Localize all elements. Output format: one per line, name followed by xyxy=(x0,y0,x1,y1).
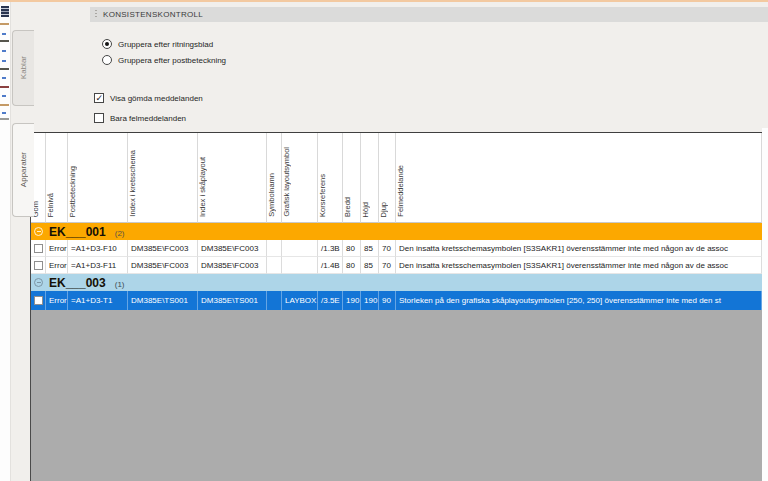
collapse-group-icon[interactable] xyxy=(34,278,43,287)
cropped-list-line xyxy=(0,68,9,70)
sidebar-tab-kablar[interactable]: Kablar xyxy=(12,30,34,106)
radio-group-by-sheet[interactable]: Gruppera efter ritningsblad xyxy=(102,39,213,49)
col-header-index-skaplayout[interactable]: Index i skåplayout xyxy=(198,133,267,223)
group-row-ek003[interactable]: EK___003(1) xyxy=(31,274,762,291)
cell-hojd[interactable]: 85 xyxy=(361,257,379,274)
radio-button-icon[interactable] xyxy=(102,39,112,49)
cell-felniva[interactable]: Error xyxy=(46,291,68,310)
document-icon xyxy=(1,6,9,17)
sidebar-tab-apparater[interactable]: Apparater xyxy=(12,123,34,217)
cell-bredd[interactable]: 190 xyxy=(343,291,361,310)
cell-korsreferens[interactable]: /3.5E xyxy=(318,291,343,310)
right-edge-strip xyxy=(762,128,768,481)
cell-felniva[interactable]: Error xyxy=(46,257,68,274)
cropped-list-line xyxy=(0,104,9,106)
cell-bredd[interactable]: 80 xyxy=(343,240,361,257)
header-row: Göm Felnivå Postbeteckning Index i krets… xyxy=(31,133,762,223)
cropped-list-line xyxy=(0,40,9,42)
radio-button-icon[interactable] xyxy=(102,55,112,65)
cell-symbolnamn[interactable] xyxy=(267,240,282,257)
radio-group-by-item[interactable]: Gruppera efter postbeteckning xyxy=(102,55,226,65)
cell-felmeddelande[interactable]: Den insatta kretsschemasymbolen [S3SAKR1… xyxy=(396,240,762,257)
cell-symbolnamn[interactable] xyxy=(267,291,282,310)
cropped-list-line xyxy=(2,60,6,62)
tab-label: Kablar xyxy=(19,56,28,79)
message-row[interactable]: Error =A1+D3-F10 DM385E\FC003 DM385E\FC0… xyxy=(31,240,762,257)
cell-djup[interactable]: 70 xyxy=(379,240,396,257)
checkbox-icon[interactable] xyxy=(94,113,104,123)
cell-felmeddelande[interactable]: Storleken på den grafiska skåplayoutsymb… xyxy=(396,291,762,310)
group-count: (2) xyxy=(115,229,125,238)
cell-postbeteckning[interactable]: =A1+D3-F11 xyxy=(68,257,128,274)
cell-symbolnamn[interactable] xyxy=(267,257,282,274)
hide-checkbox[interactable] xyxy=(34,261,43,270)
cell-postbeteckning[interactable]: =A1+D3-F10 xyxy=(68,240,128,257)
col-header-index-kretsschema[interactable]: Index i kretsschema xyxy=(128,133,198,223)
collapse-group-icon[interactable] xyxy=(34,227,43,236)
hide-checkbox[interactable] xyxy=(34,296,43,305)
group-name: EK___001 xyxy=(46,225,106,239)
cell-index-skaplayout[interactable]: DM385E\FC003 xyxy=(198,257,267,274)
radio-label[interactable]: Gruppera efter postbeteckning xyxy=(118,56,226,65)
col-header-postbeteckning[interactable]: Postbeteckning xyxy=(68,133,128,223)
consistency-messages-table: Göm Felnivå Postbeteckning Index i krets… xyxy=(31,133,762,310)
cell-felmeddelande[interactable]: Den insatta kretsschemasymbolen [S3SAKR1… xyxy=(396,257,762,274)
cell-index-kretsschema[interactable]: DM385E\FC003 xyxy=(128,257,198,274)
cell-index-kretsschema[interactable]: DM385E\FC003 xyxy=(128,240,198,257)
checkbox-show-hidden[interactable]: Visa gömda meddelanden xyxy=(94,93,203,103)
cell-djup[interactable]: 70 xyxy=(379,257,396,274)
cell-felniva[interactable]: Error xyxy=(46,240,68,257)
col-header-hojd[interactable]: Höjd xyxy=(361,133,379,223)
message-row-selected[interactable]: Error =A1+D3-T1 DM385E\TS001 DM385E\TS00… xyxy=(31,291,762,310)
cell-grafisk-layoutsymbol[interactable] xyxy=(282,240,318,257)
cell-bredd[interactable]: 80 xyxy=(343,257,361,274)
tab-label: Apparater xyxy=(19,152,28,187)
hide-checkbox[interactable] xyxy=(34,244,43,253)
checkbox-errors-only[interactable]: Bara felmeddelanden xyxy=(94,113,186,123)
group-row-ek001[interactable]: EK___001(2) xyxy=(31,223,762,240)
cropped-list-line xyxy=(0,118,9,120)
cell-grafisk-layoutsymbol[interactable]: LAYBOX xyxy=(282,291,318,310)
cell-djup[interactable]: 90 xyxy=(379,291,396,310)
cell-index-skaplayout[interactable]: DM385E\FC003 xyxy=(198,240,267,257)
col-header-felniva[interactable]: Felnivå xyxy=(46,133,68,223)
cropped-list-line xyxy=(2,50,6,52)
col-header-bredd[interactable]: Bredd xyxy=(343,133,361,223)
cropped-list-line xyxy=(0,86,9,88)
cell-hojd[interactable]: 85 xyxy=(361,240,379,257)
cell-korsreferens[interactable]: /1.3B xyxy=(318,240,343,257)
cell-index-skaplayout[interactable]: DM385E\TS001 xyxy=(198,291,267,310)
cropped-left-panel xyxy=(0,2,11,481)
col-header-djup[interactable]: Djup xyxy=(379,133,396,223)
checkbox-label[interactable]: Bara felmeddelanden xyxy=(110,114,186,123)
col-header-grafisk-layoutsymbol[interactable]: Grafisk layoutsymbol xyxy=(282,133,318,223)
group-count: (1) xyxy=(115,280,125,289)
consistency-check-window: Kablar Apparater KONSISTENSKONTROLL Grup… xyxy=(0,0,768,481)
cell-hojd[interactable]: 190 xyxy=(361,291,379,310)
group-name: EK___003 xyxy=(46,276,106,290)
col-header-korsreferens[interactable]: Korsreferens xyxy=(318,133,343,223)
panel-title: KONSISTENSKONTROLL xyxy=(103,10,203,19)
cropped-list-line xyxy=(2,33,6,35)
cell-index-kretsschema[interactable]: DM385E\TS001 xyxy=(128,291,198,310)
cropped-list-line xyxy=(2,112,6,114)
messages-table-area: Göm Felnivå Postbeteckning Index i krets… xyxy=(30,132,762,481)
col-header-felmeddelande[interactable]: Felmeddelande xyxy=(396,133,762,223)
cropped-list-line xyxy=(2,95,6,97)
checkbox-icon[interactable] xyxy=(94,93,104,103)
checkbox-label[interactable]: Visa gömda meddelanden xyxy=(110,94,203,103)
cell-postbeteckning[interactable]: =A1+D3-T1 xyxy=(68,291,128,310)
cropped-list-line xyxy=(2,77,6,79)
cell-korsreferens[interactable]: /1.4B xyxy=(318,257,343,274)
drag-grip-icon[interactable] xyxy=(95,10,97,19)
panel-titlebar[interactable]: KONSISTENSKONTROLL xyxy=(90,7,768,22)
col-header-symbolnamn[interactable]: Symbolnamn xyxy=(267,133,282,223)
message-row[interactable]: Error =A1+D3-F11 DM385E\FC003 DM385E\FC0… xyxy=(31,257,762,274)
top-accent-line xyxy=(0,0,768,2)
cell-grafisk-layoutsymbol[interactable] xyxy=(282,257,318,274)
radio-label[interactable]: Gruppera efter ritningsblad xyxy=(118,40,213,49)
cropped-list-line xyxy=(0,23,9,25)
